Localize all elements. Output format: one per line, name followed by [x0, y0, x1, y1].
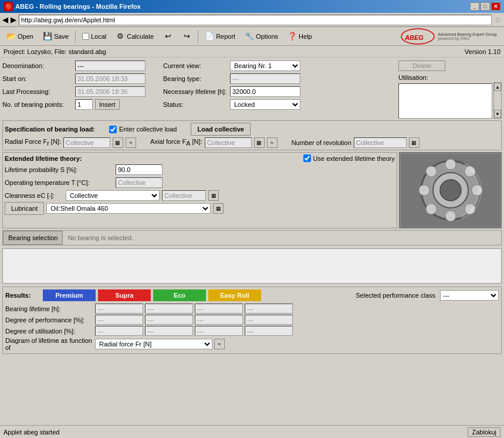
- local-checkbox[interactable]: [82, 33, 89, 40]
- help-icon: ❓: [287, 32, 297, 41]
- current-view-select[interactable]: Bearing Nr. 1: [230, 60, 300, 71]
- op-temp-row: Operating temperature T [°C]:: [5, 177, 395, 188]
- scroll-track: [494, 91, 501, 110]
- performance-supra[interactable]: [145, 315, 193, 325]
- cleanness-calc-button[interactable]: ▦: [208, 190, 219, 201]
- results-label: Results:: [5, 292, 40, 299]
- enter-collective-checkbox[interactable]: [109, 126, 117, 133]
- insert-button[interactable]: Insert: [95, 99, 120, 110]
- op-temp-label: Operating temperature T [°C]:: [5, 179, 113, 186]
- status-select[interactable]: Locked: [230, 99, 300, 110]
- utilisation-easyroll[interactable]: [245, 326, 293, 336]
- app-icon: 🔴: [4, 2, 13, 11]
- revolutions-input[interactable]: [354, 137, 407, 148]
- bookmark-icon[interactable]: ☆: [494, 15, 502, 25]
- lifetime-eco[interactable]: [195, 304, 243, 314]
- op-temp-input[interactable]: [116, 177, 163, 188]
- utilisation-eco[interactable]: [195, 326, 243, 336]
- bearing-selection-button[interactable]: Bearing selection: [3, 231, 63, 245]
- calculate-button[interactable]: ⚙ Calculate: [111, 29, 158, 44]
- address-input[interactable]: [19, 15, 492, 25]
- diagram-calc-button[interactable]: ≈: [214, 339, 225, 349]
- axial-calc-button[interactable]: ▦: [254, 137, 265, 148]
- load-collective-button[interactable]: Load collective: [191, 123, 250, 136]
- utilisation-label: Utilisation:: [398, 74, 502, 81]
- help-button[interactable]: ❓ Help: [283, 29, 316, 44]
- axial-force-label: Axial force FA [N]:: [150, 138, 202, 147]
- utilisation-textarea[interactable]: [398, 83, 492, 119]
- ext-header-row: Extended lifetime theory: Use extended l…: [5, 154, 395, 162]
- maximize-button[interactable]: □: [481, 2, 490, 11]
- scroll-up-arrow[interactable]: ▲: [494, 83, 501, 91]
- radial-chart-button[interactable]: ≈: [126, 137, 136, 148]
- lifetime-easyroll[interactable]: [245, 304, 293, 314]
- performance-eco[interactable]: [195, 315, 243, 325]
- svg-point-11: [426, 204, 437, 214]
- abeg-tagline: Advanced Bearing Expert Group: [438, 32, 497, 36]
- close-button[interactable]: ✕: [491, 2, 500, 11]
- current-view-label: Current view:: [163, 62, 228, 69]
- undo-button[interactable]: ↩: [159, 29, 177, 44]
- minimize-button[interactable]: _: [470, 2, 479, 11]
- scroll-down-arrow[interactable]: ▼: [494, 110, 501, 118]
- window-controls: _ □ ✕: [470, 2, 500, 11]
- denomination-row: Denomination:: [2, 60, 161, 72]
- denomination-input[interactable]: [75, 60, 146, 71]
- cleanness-select[interactable]: Collective: [66, 190, 160, 201]
- delete-button[interactable]: Delete: [398, 60, 445, 71]
- easy-roll-button[interactable]: Easy Roll: [208, 289, 261, 301]
- open-button[interactable]: 📂 Open: [2, 29, 38, 44]
- eco-button[interactable]: Eco: [153, 289, 206, 301]
- empty-panel: [2, 248, 502, 284]
- utilisation-premium[interactable]: [95, 326, 143, 336]
- last-processing-label: Last Processing:: [2, 88, 73, 95]
- cleanness-input2[interactable]: [162, 190, 206, 201]
- bearing-points-input[interactable]: [75, 99, 93, 110]
- redo-button[interactable]: ↪: [178, 29, 195, 44]
- bearing-load-header: Specification of bearing load: Enter col…: [5, 123, 499, 136]
- forward-icon[interactable]: ▶: [11, 15, 16, 24]
- status-bar: Applet abeg started Zablokuj: [0, 425, 504, 438]
- use-extended-checkbox[interactable]: [303, 154, 311, 162]
- open-icon: 📂: [6, 32, 16, 41]
- use-extended-row: Use extended lifetime theory: [303, 154, 395, 162]
- start-on-input[interactable]: [75, 73, 146, 84]
- util-container: ▲ ▼: [398, 82, 502, 119]
- premium-button[interactable]: Premium: [43, 289, 96, 301]
- performance-premium[interactable]: [95, 315, 143, 325]
- bearing-selection-status: No bearing is selected.: [63, 234, 501, 241]
- form-top: Denomination: Start on: Last Processing:…: [2, 60, 502, 119]
- radial-force-input[interactable]: [63, 137, 110, 148]
- lubricant-calc-button[interactable]: ▦: [213, 203, 224, 214]
- denomination-label: Denomination:: [2, 62, 73, 69]
- utilisation-supra[interactable]: [145, 326, 193, 336]
- save-button[interactable]: 💾 Save: [39, 29, 73, 44]
- zablokuj-button[interactable]: Zablokuj: [468, 427, 500, 437]
- lubricant-button[interactable]: Lubricant: [5, 202, 44, 215]
- results-header: Results: Premium Supra Eco Easy Roll Sel…: [5, 289, 499, 301]
- radial-calc-button[interactable]: ▦: [113, 137, 123, 148]
- lifetime-row: Necessary lifetime [h]:: [163, 86, 394, 97]
- options-button[interactable]: 🔧 Options: [241, 29, 282, 44]
- diagram-select[interactable]: Radial force Fr [N]: [95, 339, 212, 349]
- selected-perf-select[interactable]: ---: [440, 290, 499, 301]
- extended-label: Extended lifetime theory:: [5, 155, 82, 162]
- supra-button[interactable]: Supra: [98, 289, 151, 301]
- lifetime-input[interactable]: [230, 86, 300, 97]
- report-button[interactable]: 📄 Report: [201, 29, 239, 44]
- degree-performance-row: Degree of performance [%]:: [5, 315, 499, 325]
- lifetime-prob-input[interactable]: [116, 164, 163, 175]
- bearing-type-input[interactable]: [230, 73, 300, 84]
- local-button[interactable]: Local: [78, 29, 110, 44]
- status-text: Applet abeg started: [4, 429, 59, 436]
- last-processing-input[interactable]: [75, 86, 146, 97]
- lubricant-select[interactable]: Oil:Shell Omala 460: [46, 203, 211, 214]
- lifetime-premium[interactable]: [95, 304, 143, 314]
- bearing-selection-bar: Bearing selection No bearing is selected…: [2, 230, 502, 245]
- performance-easyroll[interactable]: [245, 315, 293, 325]
- axial-chart-button[interactable]: ≈: [267, 137, 278, 148]
- revolutions-calc-button[interactable]: ▦: [409, 137, 420, 148]
- back-icon[interactable]: ◀: [2, 15, 8, 24]
- lifetime-supra[interactable]: [145, 304, 193, 314]
- axial-force-input[interactable]: [205, 137, 252, 148]
